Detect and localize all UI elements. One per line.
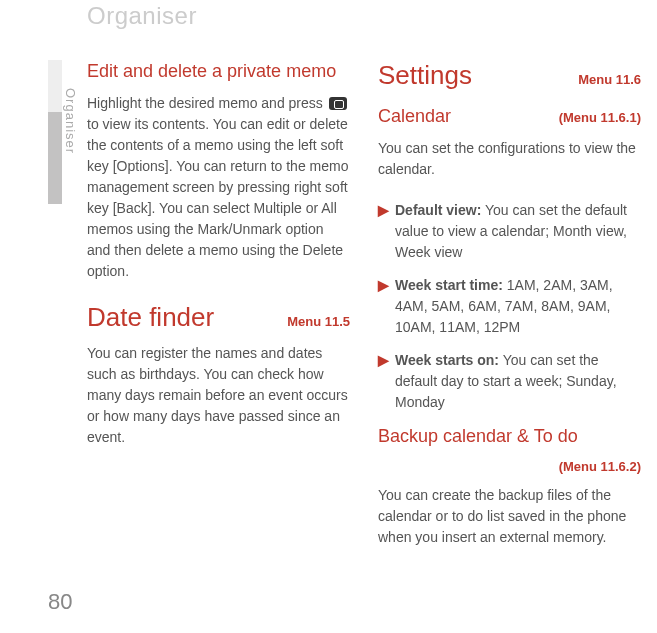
body-date-finder: You can register the names and dates suc… — [87, 343, 350, 448]
body-edit-delete-memo: Highlight the desired memo and press to … — [87, 93, 350, 282]
item-label: Week start time: — [395, 277, 503, 293]
ok-key-icon — [329, 97, 347, 110]
heading-edit-delete-memo: Edit and delete a private memo — [87, 60, 350, 83]
right-column: Settings Menu 11.6 Calendar (Menu 11.6.1… — [378, 60, 641, 568]
list-item: ▶ Default view: You can set the default … — [378, 200, 641, 263]
list-item: ▶ Week start time: 1AM, 2AM, 3AM, 4AM, 5… — [378, 275, 641, 338]
list-item: ▶ Week starts on: You can set the defaul… — [378, 350, 641, 413]
text-before-icon: Highlight the desired memo and press — [87, 95, 327, 111]
item-label: Default view: — [395, 202, 481, 218]
left-column: Edit and delete a private memo Highlight… — [87, 60, 350, 568]
menu-ref-date-finder: Menu 11.5 — [287, 314, 350, 329]
menu-ref-settings: Menu 11.6 — [578, 72, 641, 87]
heading-calendar: Calendar — [378, 105, 451, 128]
bullet-marker-icon: ▶ — [378, 275, 389, 338]
heading-settings: Settings — [378, 60, 472, 91]
side-tab-bar — [48, 60, 62, 600]
menu-ref-backup: (Menu 11.6.2) — [559, 459, 641, 474]
page-header: Organiser — [87, 2, 197, 30]
heading-backup: Backup calendar & To do — [378, 425, 641, 448]
page-number: 80 — [48, 589, 72, 615]
menu-ref-calendar: (Menu 11.6.1) — [559, 110, 641, 125]
heading-date-finder: Date finder — [87, 302, 214, 333]
body-calendar-intro: You can set the configurations to view t… — [378, 138, 641, 180]
bullet-marker-icon: ▶ — [378, 200, 389, 263]
side-tab-label: Organiser — [63, 88, 78, 154]
body-backup: You can create the backup files of the c… — [378, 485, 641, 548]
item-label: Week starts on: — [395, 352, 499, 368]
bullet-marker-icon: ▶ — [378, 350, 389, 413]
text-after-icon: to view its contents. You can edit or de… — [87, 116, 348, 279]
